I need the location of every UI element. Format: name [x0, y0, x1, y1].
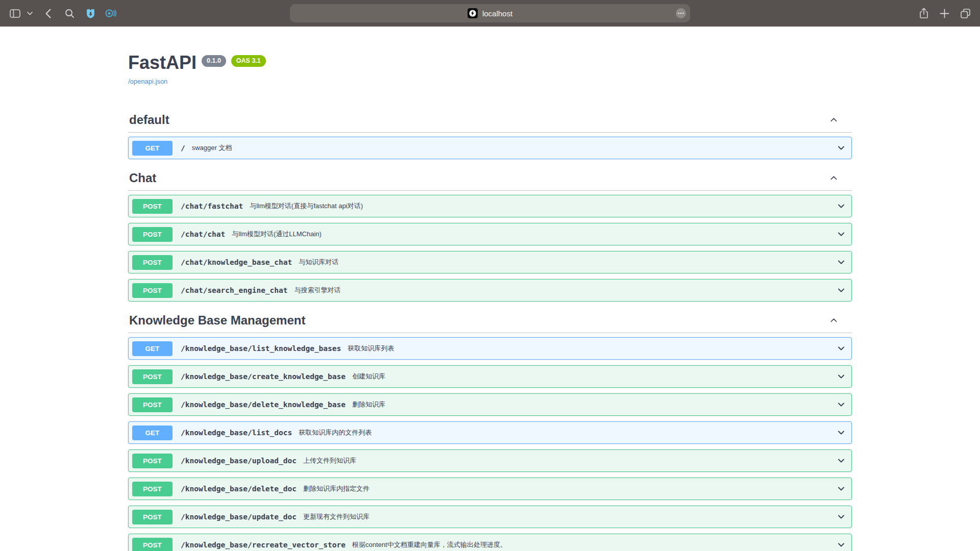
expand-operation-button[interactable]	[836, 371, 846, 382]
chevron-down-icon	[836, 456, 846, 466]
expand-operation-button[interactable]	[836, 229, 846, 239]
chevron-down-icon	[836, 484, 846, 494]
method-badge: POST	[132, 369, 173, 384]
expand-operation-button[interactable]	[836, 399, 846, 410]
shield-extension-icon	[85, 8, 96, 19]
method-badge: POST	[132, 283, 173, 298]
search-button[interactable]	[65, 9, 75, 18]
operation-row[interactable]: POST /chat/fastchat 与llm模型对话(直接与fastchat…	[128, 195, 852, 217]
expand-operation-button[interactable]	[836, 428, 846, 438]
expand-operation-button[interactable]	[836, 456, 846, 466]
collapse-section-button[interactable]	[829, 315, 839, 325]
endpoint-description: 获取知识库内的文件列表	[299, 428, 372, 437]
endpoint-path: /knowledge_base/upload_doc	[181, 457, 297, 465]
expand-operation-button[interactable]	[836, 201, 846, 211]
section-title: default	[129, 112, 169, 127]
section-header[interactable]: Knowledge Base Management	[128, 313, 852, 333]
openapi-json-link[interactable]: /openapi.json	[128, 78, 167, 85]
toolbar-left-group	[8, 0, 116, 27]
collapse-section-button[interactable]	[829, 115, 839, 124]
operation-row[interactable]: POST /knowledge_base/create_knowledge_ba…	[128, 365, 852, 388]
endpoint-path: /knowledge_base/create_knowledge_base	[181, 372, 346, 381]
operation-row[interactable]: POST /knowledge_base/upload_doc 上传文件到知识库	[128, 449, 852, 472]
expand-operation-button[interactable]	[836, 512, 846, 522]
chevron-down-icon	[27, 12, 33, 15]
address-bar[interactable]: localhost	[290, 4, 690, 22]
endpoint-description: 与搜索引擎对话	[295, 286, 341, 295]
share-button[interactable]	[919, 8, 929, 19]
live-extension-button[interactable]	[105, 8, 116, 18]
method-badge: GET	[132, 341, 173, 356]
oas-badge: OAS 3.1	[231, 55, 266, 67]
page-settings-button[interactable]	[675, 8, 687, 19]
chevron-down-icon	[836, 201, 846, 211]
section-title: Knowledge Base Management	[129, 313, 305, 328]
endpoint-path: /knowledge_base/update_doc	[181, 513, 297, 521]
endpoint-description: 创建知识库	[352, 372, 385, 381]
endpoint-description: 上传文件到知识库	[303, 456, 356, 465]
expand-operation-button[interactable]	[836, 484, 846, 494]
method-badge: POST	[132, 397, 173, 412]
expand-operation-button[interactable]	[836, 540, 846, 550]
section-header[interactable]: Chat	[128, 170, 852, 191]
expand-operation-button[interactable]	[836, 343, 846, 354]
chevron-down-icon	[836, 512, 846, 522]
version-badge: 0.1.0	[202, 55, 226, 67]
expand-operation-button[interactable]	[836, 257, 846, 267]
operation-row[interactable]: POST /knowledge_base/delete_knowledge_ba…	[128, 393, 852, 416]
section-header[interactable]: default	[128, 112, 852, 133]
operation-row[interactable]: POST /knowledge_base/update_doc 更新现有文件到知…	[128, 506, 852, 528]
endpoint-description: 更新现有文件到知识库	[303, 512, 370, 521]
endpoint-path: /	[181, 144, 185, 152]
expand-operation-button[interactable]	[836, 285, 846, 295]
operation-row[interactable]: GET /knowledge_base/list_docs 获取知识库内的文件列…	[128, 421, 852, 444]
method-badge: POST	[132, 482, 173, 496]
method-badge: POST	[132, 538, 173, 551]
content-blocker-extension-button[interactable]	[85, 8, 96, 19]
chevron-up-icon	[829, 173, 839, 183]
new-tab-button[interactable]	[940, 9, 949, 18]
operation-row[interactable]: POST /knowledge_base/recreate_vector_sto…	[128, 534, 852, 551]
chevron-down-icon	[836, 343, 846, 354]
back-button[interactable]	[45, 9, 51, 18]
operation-row[interactable]: GET /knowledge_base/list_knowledge_bases…	[128, 337, 852, 360]
endpoint-path: /knowledge_base/list_knowledge_bases	[181, 344, 341, 353]
operation-row[interactable]: POST /chat/search_engine_chat 与搜索引擎对话	[128, 279, 852, 302]
chevron-down-icon	[836, 399, 846, 410]
api-section: Chat POST /chat/fastchat 与llm模型对话(直接与fas…	[128, 170, 852, 302]
expand-operation-button[interactable]	[836, 143, 846, 153]
browser-toolbar: localhost	[0, 0, 980, 27]
chevron-down-icon	[836, 371, 846, 382]
api-sections: default GET / swagger 文档 Chat	[128, 112, 852, 551]
endpoint-description: 与知识库对话	[299, 258, 338, 267]
share-icon	[919, 8, 929, 19]
operation-row[interactable]: POST /chat/chat 与llm模型对话(通过LLMChain)	[128, 223, 852, 245]
chevron-down-icon	[836, 428, 846, 438]
endpoint-description: 获取知识库列表	[348, 344, 394, 353]
operation-row[interactable]: GET / swagger 文档	[128, 137, 852, 159]
endpoint-path: /knowledge_base/list_docs	[181, 429, 292, 437]
endpoint-path: /knowledge_base/delete_doc	[181, 485, 297, 493]
sidebar-menu-button[interactable]	[25, 12, 34, 15]
endpoint-path: /chat/chat	[181, 230, 225, 238]
endpoint-description: swagger 文档	[192, 143, 232, 153]
endpoint-description: 根据content中文档重建向量库，流式输出处理进度。	[352, 540, 507, 549]
method-badge: POST	[132, 454, 173, 468]
search-icon	[65, 9, 75, 18]
page-title: FastAPI 0.1.0 OAS 3.1	[128, 53, 852, 73]
operation-row[interactable]: POST /knowledge_base/delete_doc 删除知识库内指定…	[128, 478, 852, 500]
method-badge: POST	[132, 510, 173, 524]
chevron-down-icon	[836, 540, 846, 550]
sidebar-toggle-button[interactable]	[8, 9, 21, 18]
operation-row[interactable]: POST /chat/knowledge_base_chat 与知识库对话	[128, 251, 852, 273]
method-badge: POST	[132, 199, 173, 214]
operations-list: POST /chat/fastchat 与llm模型对话(直接与fastchat…	[128, 195, 852, 302]
endpoint-description: 与llm模型对话(直接与fastchat api对话)	[250, 202, 363, 211]
endpoint-path: /chat/search_engine_chat	[181, 286, 288, 294]
collapse-section-button[interactable]	[829, 173, 839, 183]
chevron-down-icon	[836, 285, 846, 295]
method-badge: GET	[132, 425, 173, 440]
endpoint-description: 与llm模型对话(通过LLMChain)	[232, 230, 322, 239]
url-text: localhost	[482, 9, 512, 18]
tab-overview-button[interactable]	[960, 8, 971, 19]
